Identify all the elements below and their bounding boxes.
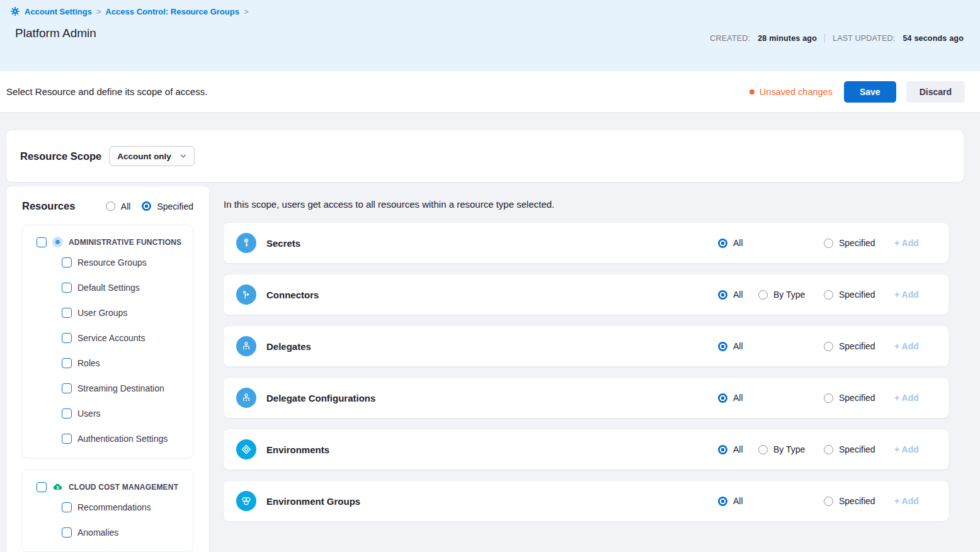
radio-option-all[interactable]: All (106, 201, 131, 211)
add-button[interactable]: + Add (894, 290, 930, 300)
resource-group-header: ADMINISTRATIVE FUNCTIONS (23, 237, 193, 247)
page-header: Account Settings > Access Control: Resou… (0, 0, 980, 71)
radio-option-label: Specified (839, 341, 875, 351)
item-label: Resource Groups (77, 257, 147, 268)
unsaved-changes-label: Unsaved changes (760, 87, 833, 97)
group-label: CLOUD COST MANAGEMENT (69, 483, 178, 492)
radio-unselected[interactable] (824, 497, 833, 506)
discard-button[interactable]: Discard (906, 81, 965, 103)
radio-option-label: All (733, 496, 743, 506)
radio-selected[interactable] (718, 290, 727, 300)
radio-option-specified[interactable]: Specified (824, 238, 894, 248)
save-button[interactable]: Save (844, 81, 896, 103)
resource-type-row: Connectors AllBy TypeSpecified+ Add (224, 274, 949, 315)
radio-option-all[interactable]: All (718, 496, 758, 506)
resource-group-card: $ CLOUD COST MANAGEMENT RecommendationsA… (22, 470, 193, 552)
radio-selected[interactable] (718, 445, 727, 454)
radio-selected[interactable] (718, 497, 727, 506)
resource-scope-dropdown[interactable]: Account only (109, 146, 195, 166)
chevron-down-icon (179, 152, 188, 161)
radio-unselected[interactable] (824, 393, 833, 403)
breadcrumb-separator: > (244, 7, 249, 16)
breadcrumb-account-settings[interactable]: Account Settings (25, 7, 92, 16)
item-label: Anomalies (77, 527, 118, 538)
radio-option-label: By Type (773, 444, 805, 454)
item-checkbox[interactable] (62, 358, 72, 368)
radio-option-specified[interactable]: Specified (824, 496, 894, 506)
radio-option-by-type[interactable]: By Type (758, 444, 824, 454)
resource-type-options: AllSpecified+ Add (718, 341, 930, 351)
add-button[interactable]: + Add (894, 496, 930, 506)
radio-option-all[interactable]: All (718, 238, 758, 248)
radio-option-specified[interactable]: Specified (824, 290, 894, 300)
add-button[interactable]: + Add (894, 341, 930, 351)
radio-unselected[interactable] (824, 239, 833, 248)
radio-unselected[interactable] (824, 290, 833, 300)
group-checkbox[interactable] (37, 237, 47, 247)
item-checkbox[interactable] (62, 333, 72, 343)
radio-option-label: All (733, 444, 743, 454)
resource-type-options: AllBy TypeSpecified+ Add (718, 444, 930, 454)
radio-option-all[interactable]: All (718, 290, 758, 300)
delegates-icon (236, 388, 256, 408)
radio-option-label: All (733, 341, 743, 351)
radio-option-label: Specified (839, 238, 875, 248)
item-checkbox[interactable] (62, 283, 72, 293)
radio-option-specified[interactable]: Specified (142, 201, 193, 211)
radio-unselected[interactable] (106, 201, 115, 211)
breadcrumb-resource-groups[interactable]: Access Control: Resource Groups (106, 7, 239, 16)
radio-option-by-type[interactable]: By Type (758, 290, 824, 300)
secrets-icon (236, 233, 256, 253)
item-checkbox[interactable] (62, 408, 72, 419)
resource-item-service-accounts: Service Accounts (23, 325, 193, 351)
radio-option-label: All (733, 290, 743, 300)
item-checkbox[interactable] (62, 308, 72, 318)
item-checkbox[interactable] (62, 502, 72, 512)
radio-selected[interactable] (718, 239, 727, 248)
delegates-icon (236, 336, 256, 356)
radio-selected[interactable] (142, 201, 151, 211)
item-label: Roles (77, 358, 100, 368)
resource-type-row: Delegates AllSpecified+ Add (224, 326, 949, 366)
resource-scope-card: Resource Scope Account only (6, 130, 964, 182)
radio-option-specified[interactable]: Specified (824, 444, 894, 454)
radio-option-all[interactable]: All (718, 341, 758, 351)
add-button[interactable]: + Add (894, 393, 930, 403)
add-button[interactable]: + Add (894, 238, 930, 248)
radio-option-specified[interactable]: Specified (824, 393, 894, 403)
resources-title: Resources (22, 200, 94, 212)
connectors-icon (236, 284, 256, 305)
item-checkbox[interactable] (62, 257, 72, 268)
item-checkbox[interactable] (62, 383, 72, 393)
admin-functions-icon (52, 237, 63, 247)
resource-type-options: AllSpecified+ Add (718, 496, 930, 506)
resource-item-authentication-settings: Authentication Settings (23, 426, 193, 451)
resource-type-label: Secrets (266, 238, 718, 249)
radio-unselected[interactable] (824, 342, 833, 351)
resources-sidebar-header: Resources AllSpecified (6, 200, 209, 212)
radio-selected[interactable] (718, 342, 727, 351)
item-checkbox[interactable] (62, 527, 72, 538)
unsaved-changes-badge: Unsaved changes (749, 87, 833, 97)
toolbar: Select Resource and define its scope of … (0, 71, 980, 113)
meta-divider (824, 33, 825, 43)
resources-sidebar: Resources AllSpecified ADMINISTRATIVE FU… (6, 186, 209, 552)
item-checkbox[interactable] (62, 434, 72, 444)
resource-type-options: AllBy TypeSpecified+ Add (718, 290, 930, 300)
resource-type-label: Environment Groups (266, 496, 718, 507)
radio-selected[interactable] (718, 393, 727, 403)
radio-option-all[interactable]: All (718, 393, 758, 403)
resource-type-label: Delegate Configurations (266, 393, 718, 403)
group-label: ADMINISTRATIVE FUNCTIONS (69, 238, 181, 247)
radio-option-all[interactable]: All (718, 444, 758, 454)
radio-unselected[interactable] (824, 445, 833, 454)
resource-item-recommendations: Recommendations (23, 495, 193, 520)
group-checkbox[interactable] (37, 482, 47, 492)
radio-option-label: All (733, 393, 743, 403)
radio-option-label: Specified (839, 290, 875, 300)
radio-option-specified[interactable]: Specified (824, 341, 894, 351)
add-button[interactable]: + Add (894, 444, 930, 454)
content-area: Resource Scope Account only Resources Al… (0, 113, 980, 552)
radio-unselected[interactable] (758, 290, 768, 300)
radio-unselected[interactable] (758, 445, 768, 454)
